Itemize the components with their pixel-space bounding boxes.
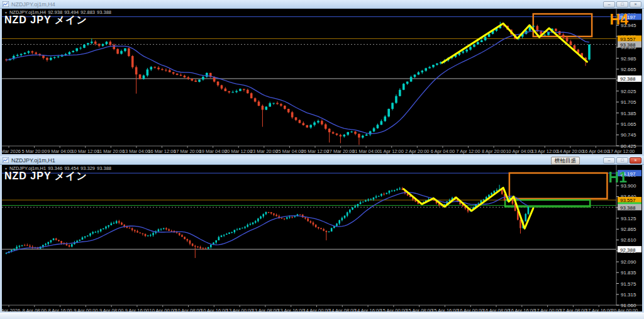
svg-text:25 Mar 04:00: 25 Mar 04:00 bbox=[275, 148, 303, 154]
svg-text:5 Mar 20:00: 5 Mar 20:00 bbox=[22, 148, 47, 154]
svg-text:16 Apr 08:00: 16 Apr 08:00 bbox=[483, 308, 510, 311]
svg-text:15 Apr 00:00: 15 Apr 00:00 bbox=[380, 308, 408, 311]
svg-text:13 Apr 16:00: 13 Apr 16:00 bbox=[277, 308, 304, 311]
h4-timeframe-label: H4 bbox=[610, 13, 628, 27]
svg-text:10 Apr 04:00: 10 Apr 04:00 bbox=[506, 148, 533, 154]
svg-text:17 Apr 16:00: 17 Apr 16:00 bbox=[586, 308, 613, 311]
h4-chart-canvas[interactable]: 94.26593.94593.62593.30592.98592.66592.3… bbox=[2, 9, 642, 154]
svg-text:8 Apr 20:00: 8 Apr 20:00 bbox=[482, 148, 506, 154]
chart-window-icon bbox=[3, 1, 9, 7]
svg-text:93.388: 93.388 bbox=[620, 42, 636, 48]
svg-text:13 Apr 00:00: 13 Apr 00:00 bbox=[226, 308, 253, 311]
mdi-workspace: NZDJPY.oj1m,H4 – □ × 94.26593.94593.6259… bbox=[0, 0, 644, 319]
h1-watermark: NZD JPY メイン bbox=[4, 170, 87, 183]
h1-minimize-button[interactable]: – bbox=[603, 157, 615, 164]
svg-text:6 Apr 04:00: 6 Apr 04:00 bbox=[431, 148, 455, 154]
svg-text:9 Mar 04:00: 9 Mar 04:00 bbox=[47, 148, 72, 154]
svg-text:23 Mar 20:00: 23 Mar 20:00 bbox=[250, 148, 278, 154]
svg-text:93.557: 93.557 bbox=[620, 36, 636, 42]
h1-chart-area: 94.16093.90093.64093.38093.12592.86592.6… bbox=[0, 165, 644, 313]
h4-chart-window: NZDJPY.oj1m,H4 – □ × 94.26593.94593.6259… bbox=[0, 0, 644, 156]
h4-chart-area: 94.26593.94593.62593.30592.98592.66592.3… bbox=[0, 9, 644, 157]
svg-text:92.610: 92.610 bbox=[621, 237, 636, 243]
svg-text:15 Apr 08:00: 15 Apr 08:00 bbox=[406, 308, 433, 311]
svg-text:8 Apr 16:00: 8 Apr 16:00 bbox=[48, 308, 72, 311]
svg-text:20 Mar 12:00: 20 Mar 12:00 bbox=[225, 148, 252, 154]
svg-text:8 Apr 2026: 8 Apr 2026 bbox=[2, 308, 20, 311]
svg-text:14 Apr 20:00: 14 Apr 20:00 bbox=[557, 148, 584, 154]
svg-text:91.385: 91.385 bbox=[621, 111, 636, 116]
svg-text:90.745: 90.745 bbox=[621, 132, 636, 138]
svg-text:9 Apr 00:00: 9 Apr 00:00 bbox=[74, 308, 97, 311]
h4-watermark: NZD JPY メイン bbox=[4, 14, 87, 27]
svg-text:17 Apr 00:00: 17 Apr 00:00 bbox=[534, 308, 561, 311]
h4-window-title: NZDJPY.oj1m,H4 bbox=[11, 1, 603, 8]
chart-window-icon bbox=[3, 157, 9, 163]
svg-text:16 Mar 12:00: 16 Mar 12:00 bbox=[148, 148, 175, 154]
svg-text:1 Apr 12:00: 1 Apr 12:00 bbox=[380, 148, 404, 154]
h4-minimize-button[interactable]: – bbox=[603, 1, 615, 8]
axis-scale-panel-button[interactable]: 横軸目盛 bbox=[551, 157, 580, 165]
svg-text:13 Apr 12:00: 13 Apr 12:00 bbox=[531, 148, 558, 154]
h1-info-close: 93.388 bbox=[97, 165, 111, 171]
svg-text:15 Apr 16:00: 15 Apr 16:00 bbox=[431, 308, 458, 311]
svg-text:7 Apr 12:00: 7 Apr 12:00 bbox=[456, 148, 480, 154]
h1-window-titlebar[interactable]: NZDJPY.oj1m,H1 – □ × bbox=[0, 156, 644, 165]
svg-text:10 Apr 00:00: 10 Apr 00:00 bbox=[149, 308, 176, 311]
svg-text:17 Apr 12:00: 17 Apr 12:00 bbox=[608, 148, 635, 154]
svg-text:19 Mar 04:00: 19 Mar 04:00 bbox=[199, 148, 227, 154]
workspace-bottom-strip bbox=[0, 313, 644, 319]
svg-text:10 Apr 16:00: 10 Apr 16:00 bbox=[201, 308, 228, 311]
h1-window-title: NZDJPY.oj1m,H1 bbox=[11, 157, 603, 164]
svg-text:26 Mar 12:00: 26 Mar 12:00 bbox=[301, 148, 329, 154]
svg-text:92.388: 92.388 bbox=[620, 76, 636, 82]
svg-text:11 Mar 20:00: 11 Mar 20:00 bbox=[97, 148, 125, 154]
svg-text:13 Apr 08:00: 13 Apr 08:00 bbox=[252, 308, 279, 311]
svg-text:31 Mar 04:00: 31 Mar 04:00 bbox=[352, 148, 380, 154]
svg-text:16 Apr 04:00: 16 Apr 04:00 bbox=[582, 148, 609, 154]
h4-close-button[interactable]: × bbox=[630, 1, 641, 8]
svg-text:14 Apr 00:00: 14 Apr 00:00 bbox=[303, 308, 330, 311]
svg-text:16 Apr 16:00: 16 Apr 16:00 bbox=[509, 308, 536, 311]
svg-text:9 Apr 08:00: 9 Apr 08:00 bbox=[99, 308, 123, 311]
svg-text:10 Mar 12:00: 10 Mar 12:00 bbox=[72, 148, 99, 154]
svg-text:93.125: 93.125 bbox=[621, 216, 636, 221]
svg-text:2 Apr 20:00: 2 Apr 20:00 bbox=[405, 148, 429, 154]
svg-text:91.575: 91.575 bbox=[621, 281, 636, 287]
h4-window-titlebar[interactable]: NZDJPY.oj1m,H4 – □ × bbox=[0, 0, 644, 9]
h4-info-close: 93.388 bbox=[97, 9, 111, 15]
svg-text:93.388: 93.388 bbox=[620, 205, 636, 211]
svg-text:13 Mar 04:00: 13 Mar 04:00 bbox=[123, 148, 150, 154]
svg-text:9 Apr 16:00: 9 Apr 16:00 bbox=[125, 308, 149, 311]
h1-close-button[interactable]: × bbox=[630, 157, 641, 164]
h1-restore-button[interactable]: □ bbox=[616, 157, 628, 164]
svg-text:92.985: 92.985 bbox=[621, 56, 636, 62]
svg-text:16 Apr 00:00: 16 Apr 00:00 bbox=[457, 308, 484, 311]
h1-timeframe-label: H1 bbox=[609, 171, 627, 185]
svg-text:14 Apr 16:00: 14 Apr 16:00 bbox=[355, 308, 382, 311]
svg-text:92.388: 92.388 bbox=[620, 247, 636, 253]
h1-chart-window: NZDJPY.oj1m,H1 – □ × 94.16093.90093.6409… bbox=[0, 156, 644, 313]
svg-text:4 Mar 2026: 4 Mar 2026 bbox=[2, 148, 21, 154]
svg-text:91.315: 91.315 bbox=[621, 292, 636, 298]
svg-text:92.025: 92.025 bbox=[621, 89, 636, 94]
svg-text:27 Mar 20:00: 27 Mar 20:00 bbox=[326, 148, 354, 154]
svg-text:14 Apr 08:00: 14 Apr 08:00 bbox=[329, 308, 356, 311]
svg-text:8 Apr 08:00: 8 Apr 08:00 bbox=[23, 308, 47, 311]
svg-text:91.705: 91.705 bbox=[621, 99, 636, 105]
svg-text:91.835: 91.835 bbox=[621, 270, 636, 276]
svg-text:17 Apr 08:00: 17 Apr 08:00 bbox=[560, 308, 587, 311]
svg-text:92.665: 92.665 bbox=[621, 67, 636, 72]
h1-chart-canvas[interactable]: 94.16093.90093.64093.38093.12592.86592.6… bbox=[2, 165, 642, 311]
svg-text:92.090: 92.090 bbox=[621, 259, 636, 265]
svg-text:92.865: 92.865 bbox=[621, 227, 636, 232]
h4-restore-button[interactable]: □ bbox=[616, 1, 628, 8]
svg-text:91.065: 91.065 bbox=[621, 121, 636, 127]
svg-text:20 Apr 00:00: 20 Apr 00:00 bbox=[611, 308, 638, 311]
svg-text:10 Apr 08:00: 10 Apr 08:00 bbox=[175, 308, 202, 311]
svg-text:17 Mar 20:00: 17 Mar 20:00 bbox=[174, 148, 201, 154]
